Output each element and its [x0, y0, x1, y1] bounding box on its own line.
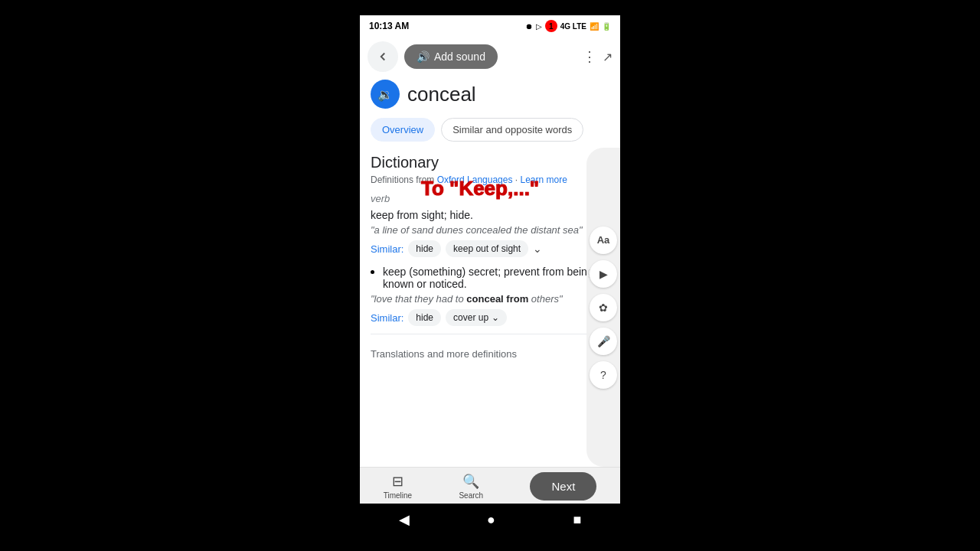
speaker-icon: 🔉	[377, 87, 393, 102]
timeline-label: Timeline	[384, 491, 412, 500]
network-label: 4G LTE	[560, 22, 586, 31]
bold-conceal: conceal from	[466, 293, 528, 305]
play-icon: ▷	[536, 22, 542, 31]
word-title: conceal	[407, 83, 476, 106]
def-text-2: keep (something) secret; prevent from be…	[383, 266, 609, 290]
search-label: Search	[459, 491, 483, 500]
chevron-icon: ⌄	[492, 312, 499, 323]
tabs-container: Overview Similar and opposite words	[360, 115, 620, 148]
right-sidebar: Aa ▶ ✿ 🎤 ?	[586, 148, 620, 467]
back-button[interactable]	[368, 41, 398, 72]
definition-1: keep from sight; hide. "a line of sand d…	[371, 209, 609, 257]
pos-label: verb	[371, 193, 609, 204]
source-pre: Definitions from	[371, 174, 437, 185]
dictionary-title: Dictionary	[371, 154, 609, 171]
android-back-button[interactable]: ◀	[399, 511, 410, 528]
def-text-1: keep from sight; hide.	[371, 209, 609, 221]
next-button[interactable]: Next	[530, 472, 596, 500]
status-bar: 10:13 AM ⏺ ▷ 1 4G LTE 📶 🔋	[360, 15, 620, 37]
help-tool[interactable]: ?	[590, 361, 617, 389]
similar-label-1: Similar:	[371, 243, 403, 255]
definition-2: keep (something) secret; prevent from be…	[371, 265, 609, 326]
timeline-nav-item[interactable]: ⊟ Timeline	[384, 473, 412, 500]
similar-row-1: Similar: hide keep out of sight ⌄	[371, 240, 609, 257]
top-nav: 🔊 Add sound ⋮ ↗	[360, 37, 620, 77]
android-home-button[interactable]: ●	[487, 512, 495, 528]
learn-more-link[interactable]: Learn more	[520, 174, 567, 185]
android-nav: ◀ ● ■	[360, 504, 620, 536]
search-icon: 🔍	[462, 473, 479, 490]
similar-chip-hide-1[interactable]: hide	[408, 240, 441, 257]
extras-tool[interactable]: ✿	[590, 294, 617, 321]
text-size-tool[interactable]: Aa	[590, 227, 617, 254]
signal-icon: 📶	[590, 22, 599, 31]
add-sound-label: Add sound	[434, 51, 485, 63]
notification-badge: 1	[545, 20, 557, 32]
similar-label-2: Similar:	[371, 312, 403, 324]
divider	[371, 334, 609, 334]
similar-chip-hide-2[interactable]: hide	[408, 309, 441, 326]
timeline-icon: ⊟	[392, 473, 403, 490]
flashcard-tool[interactable]: ▶	[590, 260, 617, 288]
status-icons: ⏺ ▷ 1 4G LTE 📶 🔋	[525, 20, 611, 32]
tab-overview[interactable]: Overview	[371, 118, 435, 142]
similar-chip-keep-out[interactable]: keep out of sight	[446, 240, 528, 257]
content-area: To "Keep,..." Dictionary Definitions fro…	[360, 148, 620, 467]
share-button[interactable]: ↗	[603, 50, 612, 64]
translations-bar: Translations and more definitions ···	[371, 341, 609, 363]
add-sound-button[interactable]: 🔊 Add sound	[404, 44, 498, 69]
oxford-link[interactable]: Oxford Languages	[437, 174, 513, 185]
record-icon: ⏺	[525, 22, 533, 31]
bottom-nav: ⊟ Timeline 🔍 Search Next	[360, 467, 620, 504]
android-recents-button[interactable]: ■	[573, 512, 581, 528]
word-header: 🔉 conceal	[360, 77, 620, 115]
tab-similar-opposite[interactable]: Similar and opposite words	[441, 118, 583, 142]
search-nav-item[interactable]: 🔍 Search	[459, 473, 483, 500]
expand-similar-1[interactable]: ⌄	[533, 243, 542, 255]
status-time: 10:13 AM	[369, 21, 409, 31]
source-line: Definitions from Oxford Languages · Lear…	[371, 174, 609, 185]
example-2: "love that they had to conceal from othe…	[371, 293, 609, 305]
similar-chip-cover-up[interactable]: cover up ⌄	[446, 309, 507, 326]
microphone-tool[interactable]: 🎤	[590, 328, 617, 355]
more-options-button[interactable]: ⋮	[583, 48, 596, 65]
sound-icon: 🔊	[416, 51, 430, 63]
example-1: "a line of sand dunes concealed the dist…	[371, 224, 609, 236]
battery-icon: 🔋	[602, 22, 611, 31]
speaker-button[interactable]: 🔉	[371, 80, 400, 109]
similar-row-2: Similar: hide cover up ⌄	[371, 309, 609, 326]
translations-label: Translations and more definitions	[371, 348, 517, 360]
